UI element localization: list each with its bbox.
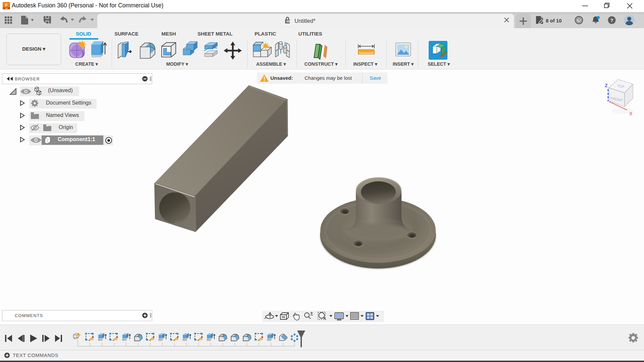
svg-text:360: 360: [5, 7, 8, 9]
svg-text:Z: Z: [605, 83, 608, 88]
svg-text:F: F: [5, 3, 8, 8]
svg-text:Untitled*: Untitled*: [294, 18, 316, 24]
svg-text:?: ?: [610, 17, 613, 23]
svg-text:X: X: [629, 111, 633, 116]
svg-text:8 of 10: 8 of 10: [546, 18, 562, 23]
